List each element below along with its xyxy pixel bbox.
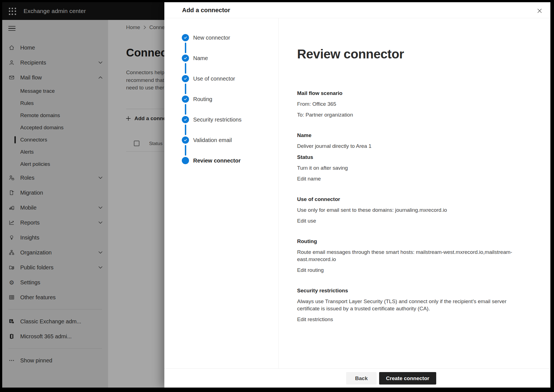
step-current-dot-icon — [182, 157, 189, 164]
wizard-step-routing[interactable]: Routing — [164, 96, 278, 103]
back-button[interactable]: Back — [346, 372, 377, 385]
review-blocks: Mail flow scenarioFrom: Office 365To: Pa… — [297, 90, 521, 323]
step-completed-check-icon — [182, 96, 189, 103]
review-section-header-use-of-connector: Use of connector — [297, 196, 521, 203]
step-label: Review connector — [193, 157, 241, 164]
review-heading: Review connector — [297, 46, 521, 62]
step-label: New connector — [193, 34, 230, 41]
wizard-step-security-restrictions[interactable]: Security restrictions — [164, 116, 278, 123]
wizard-step-new-connector[interactable]: New connector — [164, 34, 278, 41]
create-connector-button[interactable]: Create connector — [379, 372, 436, 385]
step-completed-check-icon — [182, 75, 189, 82]
screen: Exchange admin center HomeRecipientsMail… — [0, 0, 554, 392]
wizard-step-review-connector[interactable]: Review connector — [164, 157, 278, 164]
dialog-footer: Back Create connector — [164, 368, 550, 388]
edit-link-edit-name[interactable]: Edit name — [297, 175, 321, 182]
review-text: Deliver journal directly to Area 1 — [297, 143, 521, 150]
step-label: Routing — [193, 96, 212, 103]
review-section-header-security-restrictions: Security restrictions — [297, 287, 521, 294]
review-section-header-status: Status — [297, 154, 521, 161]
step-label: Validation email — [193, 136, 232, 144]
step-label: Use of connector — [193, 75, 235, 82]
review-content: Review connector Mail flow scenarioFrom:… — [279, 18, 550, 368]
review-text: Use only for email sent to these domains… — [297, 207, 521, 214]
wizard-stepper: New connectorNameUse of connectorRouting… — [164, 18, 279, 368]
step-connector-line — [185, 104, 186, 115]
add-connector-dialog: Add a connector New connectorNameUse of … — [164, 2, 550, 388]
review-section-header-routing: Routing — [297, 238, 521, 245]
step-connector-line — [185, 125, 186, 135]
dialog-title: Add a connector — [182, 2, 230, 18]
close-icon[interactable] — [535, 7, 544, 14]
step-connector-line — [185, 43, 186, 53]
step-completed-check-icon — [182, 55, 189, 62]
step-completed-check-icon — [182, 34, 189, 41]
wizard-step-validation-email[interactable]: Validation email — [164, 136, 278, 144]
review-text: Turn it on after saving — [297, 164, 521, 172]
step-completed-check-icon — [182, 116, 189, 123]
step-label: Security restrictions — [193, 116, 242, 123]
step-label: Name — [193, 55, 208, 62]
step-connector-line — [185, 84, 186, 94]
review-section-header-name: Name — [297, 132, 521, 139]
review-text: From: Office 365 — [297, 100, 521, 108]
step-connector-line — [185, 145, 186, 156]
dialog-header: Add a connector — [164, 2, 550, 18]
wizard-step-name[interactable]: Name — [164, 55, 278, 62]
edit-link-edit-use[interactable]: Edit use — [297, 217, 316, 225]
review-section-header-mail-flow-scenario: Mail flow scenario — [297, 90, 521, 97]
step-completed-check-icon — [182, 136, 189, 144]
review-text: Route email messages through these smart… — [297, 249, 521, 263]
edit-link-edit-restrictions[interactable]: Edit restrictions — [297, 316, 333, 323]
edit-link-edit-routing[interactable]: Edit routing — [297, 267, 324, 274]
wizard-step-use-of-connector[interactable]: Use of connector — [164, 75, 278, 82]
review-text: To: Partner organization — [297, 111, 521, 118]
review-text: Always use Transport Layer Security (TLS… — [297, 298, 521, 312]
step-connector-line — [185, 63, 186, 74]
